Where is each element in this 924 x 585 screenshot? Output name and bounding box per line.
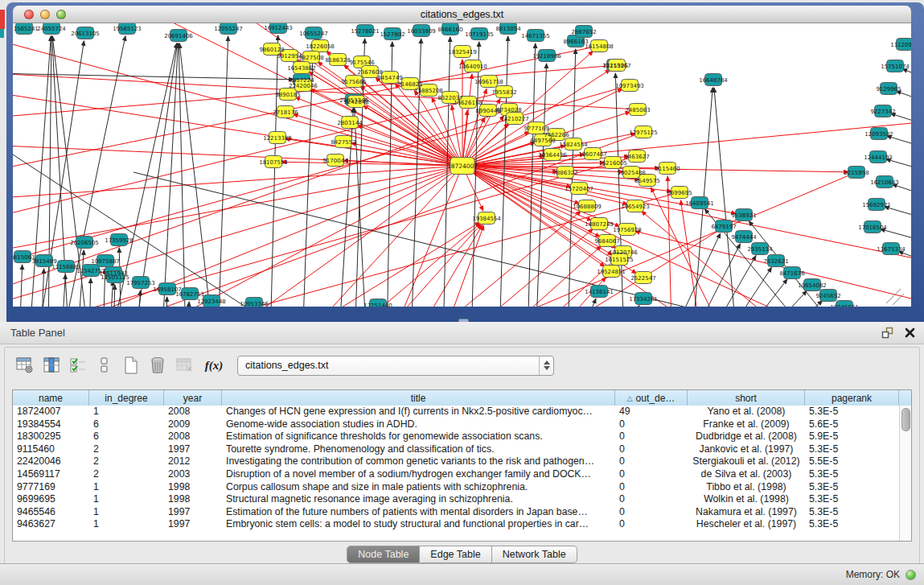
graph-node-label: 18325419 (448, 49, 477, 56)
graph-node-label: 20613105 (71, 31, 100, 37)
table-row[interactable]: 2242004622012Investigating the contribut… (13, 455, 899, 468)
graph-node-label: 12055247 (214, 26, 243, 32)
graph-node-label: 10953346 (240, 301, 269, 307)
table-row[interactable]: 1830029562008Estimation of significance … (13, 431, 899, 443)
cell-in_degree: 6 (89, 418, 164, 431)
select-attributes-button[interactable] (66, 354, 90, 377)
graph-node-label: 15751074 (881, 64, 910, 70)
table-settings-icon (15, 356, 35, 375)
cell-name: 9463627 (13, 518, 89, 531)
table-settings-button[interactable] (13, 354, 37, 377)
graph-node-label: 16782753 (175, 291, 204, 298)
graph-node-label: 16154808 (585, 43, 614, 50)
table-tabbar: Node TableEdge TableNetwork Table (5, 546, 919, 563)
column-header-year[interactable]: year (164, 390, 222, 406)
cell-title: Corpus callosum shape and size in male p… (222, 481, 615, 494)
table-row[interactable]: 946362711997Embryonic stem cells: a mode… (13, 518, 899, 531)
cell-short: de Silva et al. (2003) (688, 468, 805, 481)
graph-node-label: 9474444 (731, 234, 757, 241)
graph-node-label: 16210643 (870, 179, 899, 186)
vertical-scrollbar[interactable] (899, 406, 911, 541)
column-width-icon (95, 356, 114, 375)
float-panel-button[interactable] (879, 326, 895, 340)
table-toolbar: f(x)citations_edges.txt (5, 348, 919, 383)
status-bar: Memory: OK (0, 563, 924, 585)
graph-node-label: 17359928 (105, 237, 133, 244)
table-row[interactable]: 1456911722003Disruption of a novel membe… (13, 468, 899, 481)
graph-node-label: 10975887 (91, 258, 120, 265)
table-row[interactable]: 1938455462009Genome-wide association stu… (13, 418, 899, 431)
float-icon (881, 327, 893, 339)
table-row[interactable]: 1872400712008Changes of HCN gene express… (13, 406, 899, 418)
column-width-button[interactable] (92, 354, 117, 377)
graph-node-label: 15720407 (565, 186, 593, 192)
network-graph[interactable]: 1872400711565241240557242061310519565123… (13, 23, 911, 307)
graph-node-label: 16912443 (264, 25, 293, 31)
cell-pagerank: 5.9E-5 (805, 431, 899, 443)
column-header-name[interactable]: name (13, 390, 89, 406)
graph-node-label: 2522547 (630, 275, 655, 282)
graph-node-label: 22420046 (289, 83, 318, 89)
show-columns-button[interactable] (39, 354, 64, 377)
cell-pagerank: 5.5E-5 (805, 455, 899, 468)
graph-node-label: 8427552 (331, 139, 355, 146)
graph-node-label: 9463627 (624, 154, 649, 160)
cell-title: Estimation of the future numbers of pati… (222, 506, 615, 519)
graph-node-label: 11565241 (13, 26, 39, 32)
cell-short: Tibbo et al. (1998) (688, 481, 805, 494)
cell-out_degree: 0 (615, 455, 688, 468)
graph-node-label: 14671355 (521, 33, 550, 39)
graph-node-label: 10607467 (578, 151, 607, 158)
graph-node-label: 9684067 (594, 238, 619, 245)
background-node-fragment (0, 29, 4, 38)
tab-edge-table[interactable]: Edge Table (420, 546, 491, 563)
function-builder-button[interactable]: f(x) (202, 354, 226, 377)
table-row[interactable]: 946554611997Estimation of the future num… (13, 506, 899, 519)
graph-node-label: 19565123 (113, 26, 142, 32)
graph-node-label: 12505125 (101, 274, 129, 281)
cell-title: Structural magnetic resonance image aver… (222, 493, 615, 506)
graph-node-label: 9245652 (815, 293, 840, 299)
table-row[interactable]: 977716911998Corpus callosum shape and si… (13, 481, 899, 494)
graph-node-label: 12444193 (864, 154, 893, 161)
cell-pagerank: 5.3E-5 (805, 493, 899, 506)
network-canvas[interactable]: 1872400711565241240557242061310519565123… (13, 23, 911, 307)
graph-node-label: 12213389 (263, 135, 292, 142)
graph-node-label: 16961758 (474, 79, 503, 85)
network-select-dropdown[interactable]: citations_edges.txt (237, 356, 554, 376)
delete-attribute-button[interactable] (146, 354, 170, 377)
graph-node-label: 7632621 (763, 258, 788, 265)
close-panel-button[interactable] (901, 326, 918, 340)
scrollbar-thumb[interactable] (901, 408, 910, 431)
network-window[interactable]: citations_edges.txt 18724007115652412405… (6, 2, 924, 322)
tab-node-table[interactable]: Node Table (347, 546, 420, 563)
table-row[interactable]: 911546021997Tourette syndrome. Phenomeno… (13, 443, 899, 456)
graph-node-label: 8215958 (844, 170, 869, 176)
graph-node-label: 2718176 (273, 109, 298, 116)
column-header-pagerank[interactable]: pagerank (805, 390, 899, 406)
cell-title: Disruption of a novel member of a sodium… (222, 468, 615, 481)
column-header-out_degree[interactable]: △out_de… (615, 390, 688, 406)
graph-node-label: 8471676 (779, 270, 805, 277)
table-row[interactable]: 969969511998Structural magnetic resonanc… (13, 493, 899, 506)
cell-title: Embryonic stem cells: a model to study s… (222, 518, 615, 531)
dropdown-stepper-icon (539, 356, 553, 375)
graph-node-label: 20206505 (70, 240, 99, 246)
column-header-in_degree[interactable]: in_degree (89, 390, 164, 406)
graph-node-label: 9827508 (298, 55, 323, 61)
tab-network-table[interactable]: Network Table (492, 546, 577, 563)
cell-name: 18300295 (13, 431, 89, 443)
column-header-short[interactable]: short (688, 390, 805, 406)
cell-name: 18724007 (13, 406, 89, 418)
cell-year: 2003 (164, 468, 222, 481)
graph-node-label: 9175546 (349, 60, 375, 66)
graph-node-label: 10120746 (609, 249, 638, 256)
graph-node-label: 6479197 (711, 224, 736, 230)
new-attribute-button[interactable] (119, 354, 143, 377)
cell-short: Dudbridge et al. (2008) (688, 431, 805, 443)
cell-in_degree: 1 (89, 518, 164, 531)
table-rows: 1872400712008Changes of HCN gene express… (13, 406, 899, 541)
column-header-title[interactable]: title (222, 390, 615, 406)
graph-node-label: 7485063 (625, 107, 650, 113)
network-window-titlebar[interactable]: citations_edges.txt (13, 6, 911, 23)
